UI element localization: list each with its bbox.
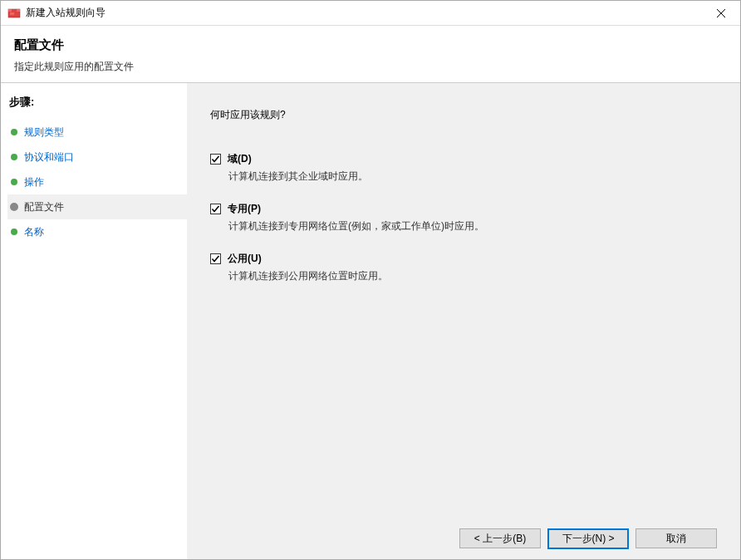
sidebar: 步骤: 规则类型协议和端口操作配置文件名称 [1, 83, 187, 559]
body: 步骤: 规则类型协议和端口操作配置文件名称 何时应用该规则? 域(D)计算机连接… [1, 82, 740, 559]
checkbox-description: 计算机连接到公用网络位置时应用。 [228, 269, 717, 283]
step-item-0[interactable]: 规则类型 [7, 120, 187, 145]
step-item-1[interactable]: 协议和端口 [7, 145, 187, 169]
checkbox-line: 公用(U) [210, 252, 717, 266]
checkbox-line: 域(D) [210, 152, 717, 166]
svg-rect-1 [8, 9, 12, 12]
step-bullet-icon [11, 129, 17, 135]
button-row: < 上一步(B) 下一步(N) > 取消 [210, 518, 717, 549]
back-button[interactable]: < 上一步(B) [459, 528, 541, 548]
cancel-button[interactable]: 取消 [635, 528, 717, 548]
profile-option-2: 公用(U)计算机连接到公用网络位置时应用。 [210, 252, 717, 283]
step-label: 名称 [24, 225, 44, 239]
checkbox[interactable] [210, 204, 221, 214]
next-button[interactable]: 下一步(N) > [547, 528, 629, 549]
checkbox-description: 计算机连接到专用网络位置(例如，家或工作单位)时应用。 [228, 219, 717, 233]
step-label: 配置文件 [24, 200, 64, 214]
step-bullet-icon [11, 228, 17, 235]
step-item-3[interactable]: 配置文件 [7, 194, 187, 219]
step-bullet-icon [11, 154, 17, 160]
checkbox[interactable] [210, 253, 221, 264]
page-title: 配置文件 [14, 37, 727, 53]
page-subtitle: 指定此规则应用的配置文件 [14, 60, 727, 74]
content-pane: 何时应用该规则? 域(D)计算机连接到其企业域时应用。专用(P)计算机连接到专用… [187, 83, 740, 559]
svg-rect-3 [17, 9, 20, 12]
window-title: 新建入站规则向导 [26, 6, 702, 20]
content-body: 何时应用该规则? 域(D)计算机连接到其企业域时应用。专用(P)计算机连接到专用… [210, 108, 717, 518]
step-bullet-icon [11, 179, 17, 185]
checkbox-label: 公用(U) [228, 252, 262, 266]
firewall-icon [7, 7, 21, 20]
step-label: 规则类型 [24, 125, 64, 140]
question-text: 何时应用该规则? [210, 108, 717, 122]
close-button[interactable] [702, 1, 740, 26]
profile-option-1: 专用(P)计算机连接到专用网络位置(例如，家或工作单位)时应用。 [210, 202, 717, 233]
profile-option-0: 域(D)计算机连接到其企业域时应用。 [210, 152, 717, 184]
step-label: 协议和端口 [24, 150, 74, 165]
titlebar: 新建入站规则向导 [1, 1, 740, 26]
steps-heading: 步骤: [9, 95, 187, 110]
step-item-4[interactable]: 名称 [7, 219, 187, 244]
step-label: 操作 [24, 175, 44, 189]
step-bullet-icon [11, 204, 17, 210]
step-item-2[interactable]: 操作 [7, 169, 187, 194]
checkbox-description: 计算机连接到其企业域时应用。 [228, 169, 717, 184]
svg-rect-5 [15, 12, 19, 15]
header: 配置文件 指定此规则应用的配置文件 [1, 26, 740, 82]
checkbox-label: 域(D) [228, 152, 252, 166]
checkbox-line: 专用(P) [210, 202, 717, 216]
checkbox-label: 专用(P) [228, 202, 261, 216]
svg-rect-2 [12, 9, 16, 12]
checkbox[interactable] [210, 154, 221, 165]
svg-rect-4 [10, 12, 14, 15]
